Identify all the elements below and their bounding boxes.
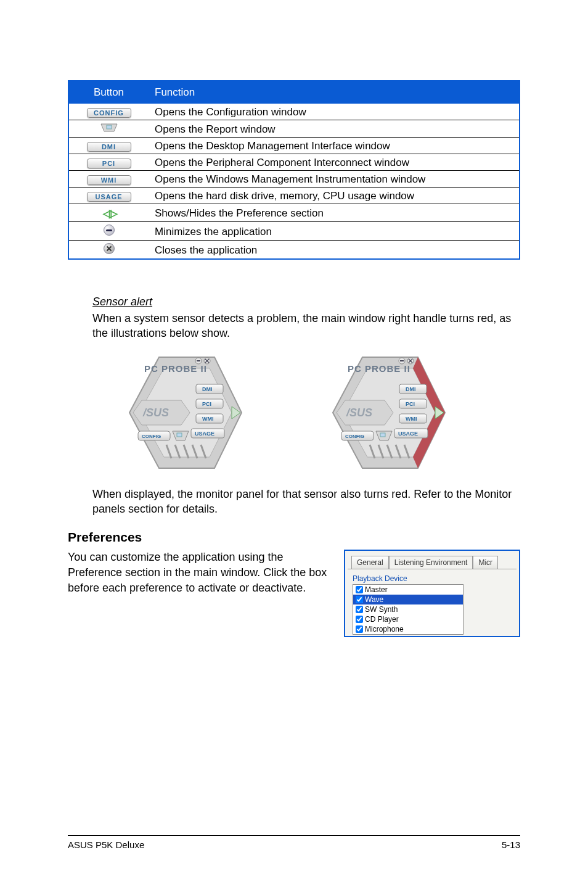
table-row: Closes the application [68, 241, 520, 260]
row-function: Opens the hard disk drive, memory, CPU u… [149, 188, 520, 204]
footer-right: 5-13 [502, 840, 520, 850]
report-button-icon [100, 123, 118, 133]
svg-rect-1 [107, 125, 112, 129]
pc-probe-widget-normal: PC PROBE II /SUS DMI PCI WMI USAGE [105, 352, 247, 476]
preferences-heading: Preferences [68, 530, 520, 545]
checkbox-master[interactable] [356, 586, 363, 593]
th-button: Button [68, 81, 149, 104]
list-item[interactable]: Microphone [353, 624, 463, 634]
row-function: Opens the Desktop Management Interface w… [149, 138, 520, 154]
svg-text:CONFIG: CONFIG [142, 434, 161, 439]
svg-text:/SUS: /SUS [346, 406, 372, 419]
row-function: Opens the Peripheral Component Interconn… [149, 154, 520, 171]
row-function: Closes the application [149, 241, 520, 260]
list-item[interactable]: Wave [353, 595, 463, 604]
th-function: Function [149, 81, 520, 104]
svg-text:PC PROBE II: PC PROBE II [348, 363, 410, 374]
page-footer: ASUS P5K Deluxe 5-13 [68, 835, 520, 850]
toggle-arrows-icon: ◁▷ [103, 207, 115, 220]
svg-text:USAGE: USAGE [398, 431, 418, 437]
table-row: WMI Opens the Windows Management Instrum… [68, 171, 520, 188]
table-row: Minimizes the application [68, 222, 520, 241]
svg-text:PCI: PCI [202, 401, 211, 407]
config-button-icon: CONFIG [87, 108, 131, 118]
sensor-alert-body: When a system sensor detects a problem, … [92, 311, 520, 341]
usage-button-icon: USAGE [87, 192, 131, 202]
row-function: Minimizes the application [149, 222, 520, 241]
row-function: Opens the Configuration window [149, 104, 520, 120]
svg-text:CONFIG: CONFIG [345, 434, 364, 439]
checkbox-microphone[interactable] [356, 625, 363, 633]
checkbox-sw-synth[interactable] [356, 606, 363, 613]
svg-rect-62 [380, 433, 385, 437]
table-row: CONFIG Opens the Configuration window [68, 104, 520, 120]
row-function: Opens the Report window [149, 120, 520, 138]
svg-text:PC PROBE II: PC PROBE II [144, 363, 207, 374]
svg-text:DMI: DMI [406, 386, 416, 392]
svg-text:PCI: PCI [406, 401, 415, 407]
svg-text:/SUS: /SUS [142, 406, 169, 419]
playback-device-list[interactable]: Master Wave SW Synth CD Player [353, 584, 463, 635]
svg-text:WMI: WMI [202, 416, 214, 422]
tab-micr[interactable]: Micr [473, 556, 498, 569]
sensor-alert-followup: When displayed, the monitor panel for th… [92, 487, 520, 517]
list-item[interactable]: SW Synth [353, 604, 463, 614]
tab-listening-environment[interactable]: Listening Environment [389, 556, 473, 569]
row-function: Opens the Windows Management Instrumenta… [149, 171, 520, 188]
minimize-icon [104, 225, 115, 236]
pc-probe-widget-alert: PC PROBE II /SUS DMI PCI WMI USAGE CONFI… [308, 352, 450, 476]
button-function-table: Button Function CONFIG Opens the Configu… [68, 80, 520, 260]
dmi-button-icon: DMI [87, 142, 131, 152]
list-item[interactable]: Master [353, 585, 463, 595]
wmi-button-icon: WMI [87, 175, 131, 185]
svg-text:DMI: DMI [202, 386, 213, 392]
table-row: PCI Opens the Peripheral Component Inter… [68, 154, 520, 171]
svg-rect-29 [177, 433, 182, 437]
row-function: Shows/Hides the Preference section [149, 204, 520, 222]
table-row: ◁▷ Shows/Hides the Preference section [68, 204, 520, 222]
list-item[interactable]: CD Player [353, 614, 463, 624]
tab-general[interactable]: General [351, 556, 389, 569]
table-row: USAGE Opens the hard disk drive, memory,… [68, 188, 520, 204]
checkbox-wave[interactable] [356, 596, 363, 603]
sensor-alert-heading: Sensor alert [92, 295, 520, 308]
svg-text:USAGE: USAGE [195, 431, 214, 437]
pci-button-icon: PCI [87, 159, 131, 168]
close-icon [104, 243, 115, 254]
table-row: Opens the Report window [68, 120, 520, 138]
playback-device-label: Playback Device [353, 574, 512, 583]
preferences-screenshot: General Listening Environment Micr Playb… [344, 550, 520, 637]
svg-text:WMI: WMI [406, 416, 417, 422]
table-row: DMI Opens the Desktop Management Interfa… [68, 138, 520, 154]
checkbox-cd-player[interactable] [356, 616, 363, 623]
preferences-body: You can customize the application using … [68, 550, 329, 637]
footer-left: ASUS P5K Deluxe [68, 840, 144, 850]
